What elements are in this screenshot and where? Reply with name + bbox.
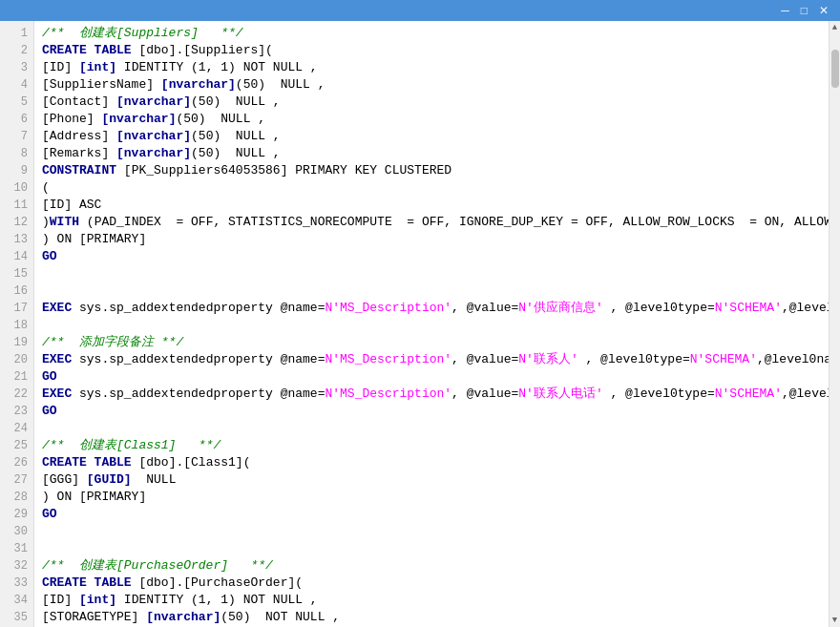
token-plain: , @value=: [452, 352, 518, 366]
line-number: 24: [4, 420, 28, 437]
token-bracket: [Phone]: [42, 112, 101, 126]
line-numbers: 1234567891011121314151617181920212223242…: [0, 21, 34, 627]
code-line: (: [42, 179, 829, 197]
token-plain: (50) NULL ,: [236, 77, 326, 92]
line-number: 7: [4, 128, 28, 145]
close-button[interactable]: ✕: [815, 4, 832, 17]
token-plain: sys.sp_addextendedproperty @name=: [72, 352, 325, 366]
token-kw: [GUID]: [87, 472, 132, 487]
token-kw: [nvarchar]: [146, 610, 220, 624]
token-kw: [nvarchar]: [116, 146, 191, 160]
code-line: CREATE TABLE [dbo].[Class1](: [42, 454, 829, 471]
scroll-thumb[interactable]: [831, 50, 839, 88]
token-exec: EXEC: [42, 387, 72, 401]
token-plain: sys.sp_addextendedproperty @name=: [72, 301, 325, 315]
token-bracket: [dbo].[PurchaseOrder](: [138, 575, 303, 590]
code-editor[interactable]: /** 创建表[Suppliers] **/ CREATE TABLE [dbo…: [34, 21, 829, 627]
token-comment: /** 创建表[Class1] **/: [42, 438, 220, 452]
line-number: 16: [4, 282, 28, 300]
line-number: 11: [4, 197, 28, 214]
line-number: 33: [4, 575, 28, 592]
code-line: CREATE TABLE [dbo].[Suppliers](: [42, 42, 829, 59]
code-line: [42, 317, 829, 334]
title-bar: ─ □ ✕: [0, 0, 840, 21]
code-line: CONSTRAINT [PK_Suppliers64053586] PRIMAR…: [42, 162, 829, 179]
token-plain: ,@level0name=: [782, 301, 829, 315]
line-number: 13: [4, 231, 28, 248]
line-number: 3: [4, 59, 28, 76]
token-kw: [nvarchar]: [101, 112, 176, 126]
scrollbar-y[interactable]: ▲ ▼: [829, 21, 840, 627]
token-plain: , @level0type=: [603, 301, 715, 315]
token-bracket: [dbo].[Class1](: [138, 455, 250, 470]
token-exec: EXEC: [42, 301, 72, 315]
line-number: 29: [4, 506, 28, 523]
token-comment: /** 添加字段备注 **/: [42, 335, 183, 349]
minimize-button[interactable]: ─: [777, 4, 793, 17]
title-controls: ─ □ ✕: [777, 4, 832, 17]
token-kw: [int]: [79, 593, 116, 607]
code-line: CREATE TABLE [dbo].[PurchaseOrder](: [42, 575, 829, 592]
code-line: EXEC sys.sp_addextendedproperty @name=N'…: [42, 386, 829, 403]
token-bracket: [dbo].[Suppliers](: [138, 43, 272, 57]
code-line: )WITH (PAD_INDEX = OFF, STATISTICS_NOREC…: [42, 214, 829, 231]
code-line: /** 创建表[Suppliers] **/: [42, 25, 829, 42]
code-line: GO: [42, 506, 829, 523]
token-string: N'联系人': [518, 352, 578, 366]
token-kw: CONSTRAINT: [42, 163, 124, 178]
code-line: ) ON [PRIMARY]: [42, 231, 829, 248]
line-number: 15: [4, 265, 28, 282]
code-line: /** 创建表[PurchaseOrder] **/: [42, 557, 829, 575]
token-bracket: [PRIMARY]: [79, 232, 146, 246]
line-number: 8: [4, 145, 28, 162]
maximize-button[interactable]: □: [797, 4, 811, 17]
token-kw: CREATE TABLE: [42, 43, 138, 57]
code-line: [42, 265, 829, 282]
token-plain: , @level0type=: [578, 352, 690, 366]
code-line: [Phone] [nvarchar](50) NULL ,: [42, 111, 829, 128]
line-number: 28: [4, 489, 28, 506]
line-number: 31: [4, 540, 28, 557]
line-number: 27: [4, 471, 28, 489]
token-bracket: [STORAGETYPE]: [42, 610, 146, 624]
token-bracket: [SuppliersName]: [42, 77, 161, 92]
line-number: 30: [4, 523, 28, 540]
token-plain: ,@level0name=: [782, 387, 829, 401]
code-line: [42, 282, 829, 300]
token-string: N'SCHEMA': [715, 301, 782, 315]
scroll-up-arrow[interactable]: ▲: [830, 21, 839, 34]
token-kw: GO: [42, 404, 57, 418]
token-plain: (50) NULL ,: [191, 94, 281, 109]
scroll-down-arrow[interactable]: ▼: [830, 614, 839, 627]
token-plain: [PK_Suppliers64053586] PRIMARY KEY CLUST…: [124, 163, 452, 178]
token-kw: CREATE TABLE: [42, 455, 138, 470]
line-number: 20: [4, 351, 28, 368]
code-line: GO: [42, 368, 829, 386]
line-number: 22: [4, 386, 28, 403]
line-number: 9: [4, 162, 28, 179]
token-plain: ASC: [72, 198, 101, 212]
token-kw: [nvarchar]: [161, 77, 236, 92]
line-number: 6: [4, 111, 28, 128]
code-line: [42, 523, 829, 540]
token-exec: EXEC: [42, 352, 72, 366]
code-line: [ID] ASC: [42, 197, 829, 214]
token-string: N'SCHEMA': [715, 387, 782, 401]
line-number: 18: [4, 317, 28, 334]
token-kw: CREATE TABLE: [42, 575, 138, 590]
code-line: [Remarks] [nvarchar](50) NULL ,: [42, 145, 829, 162]
code-line: [Contact] [nvarchar](50) NULL ,: [42, 94, 829, 111]
token-plain: ,@level0name=: [757, 352, 829, 366]
line-number: 34: [4, 592, 28, 609]
code-line: GO: [42, 248, 829, 265]
token-plain: , @value=: [452, 387, 518, 401]
token-kw: GO: [42, 249, 57, 263]
token-kw: [int]: [79, 60, 116, 74]
token-plain: (50) NULL ,: [176, 112, 265, 126]
token-plain: (PAD_INDEX = OFF, STATISTICS_NORECOMPUTE…: [87, 215, 829, 229]
token-string: N'供应商信息': [518, 301, 602, 315]
token-string: N'联系人电话': [518, 387, 602, 401]
token-kw: [nvarchar]: [116, 94, 191, 109]
token-bracket: [Remarks]: [42, 146, 116, 160]
token-plain: IDENTITY (1, 1) NOT NULL ,: [116, 593, 318, 607]
